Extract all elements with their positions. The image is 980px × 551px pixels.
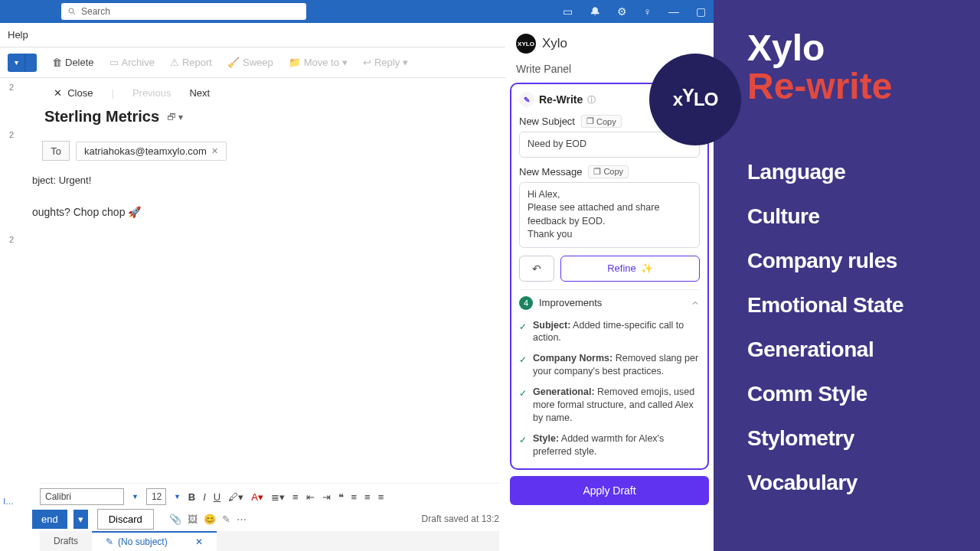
improvement-item: ✓Subject: Added time-specific call to ac…: [519, 319, 700, 345]
improvements-count: 4: [519, 296, 533, 310]
indent-button[interactable]: ⇥: [322, 491, 331, 503]
outdent-button[interactable]: ⇤: [306, 491, 315, 503]
improvement-item: ✓Style: Added warmth for Alex's preferre…: [519, 432, 700, 458]
check-icon: ✓: [519, 321, 527, 345]
send-button[interactable]: end: [32, 510, 67, 529]
align-left-button[interactable]: ≡: [351, 491, 358, 503]
check-icon: ✓: [519, 387, 527, 425]
remove-recipient-icon[interactable]: ✕: [211, 146, 218, 156]
xylo-brand: Xylo: [542, 36, 567, 51]
new-message-value[interactable]: Hi Alex, Please see attached and share f…: [519, 182, 700, 248]
promo-title-1: Xylo: [747, 29, 980, 67]
xylo-logo-icon: XYLO: [516, 34, 536, 54]
new-mail-dropdown[interactable]: [24, 54, 37, 72]
align-center-button[interactable]: ≡: [364, 491, 371, 503]
window-titlebar: Search ▭ 🔔︎ ⚙ ♀ — ▢: [0, 0, 714, 23]
xylo-medallion: xYLO: [649, 54, 741, 145]
underline-button[interactable]: U: [214, 491, 220, 503]
promo-feature-list: Language Culture Company rules Emotional…: [747, 160, 980, 495]
close-button[interactable]: ✕ Close: [54, 87, 93, 99]
to-button[interactable]: To: [42, 141, 70, 161]
report-button[interactable]: ⚠ Report: [170, 57, 212, 68]
reply-button[interactable]: ↩ Reply ▾: [363, 57, 408, 68]
archive-button[interactable]: ▭ Archive: [109, 57, 155, 68]
undo-button[interactable]: ↶: [519, 256, 554, 282]
numbering-button[interactable]: ≡: [292, 491, 299, 503]
check-icon: ✓: [519, 434, 527, 458]
align-right-button[interactable]: ≡: [378, 491, 384, 503]
delete-button[interactable]: 🗑 Delete: [52, 57, 94, 68]
format-toolbar: Calibri▼ 12▼ B I U 🖊▾ A▾ ≣▾ ≡ ⇤ ⇥ ❝ ≡ ≡ …: [40, 483, 499, 505]
improvement-item: ✓Company Norms: Removed slang per your c…: [519, 352, 700, 378]
bold-button[interactable]: B: [188, 491, 195, 503]
pencil-icon: ✎: [519, 92, 534, 107]
highlight-button[interactable]: 🖊▾: [228, 491, 243, 503]
recipient-chip[interactable]: katriahokas@teamxylo.com ✕: [76, 142, 227, 161]
check-icon: ✓: [519, 354, 527, 378]
previous-button[interactable]: Previous: [132, 87, 172, 99]
signature-icon[interactable]: ✎: [222, 514, 230, 525]
email-subject-title: Sterling Metrics: [44, 108, 159, 126]
image-icon[interactable]: 🖼: [188, 514, 198, 525]
subject-dropdown-icon[interactable]: 🗗 ▾: [167, 112, 183, 122]
font-select[interactable]: Calibri: [40, 488, 124, 505]
bell-icon[interactable]: 🔔︎: [590, 5, 600, 18]
note-icon[interactable]: ▭: [563, 5, 573, 18]
improvements-label: Improvements: [539, 297, 602, 308]
quote-button[interactable]: ❝: [338, 491, 344, 503]
new-message-label: New Message: [519, 166, 582, 178]
new-subject-label: New Subject: [519, 116, 575, 127]
tab-drafts[interactable]: Drafts: [40, 531, 92, 551]
gear-icon[interactable]: ⚙: [617, 5, 627, 18]
apply-draft-button[interactable]: Apply Draft: [510, 476, 709, 505]
bullets-button[interactable]: ≣▾: [271, 491, 285, 503]
search-placeholder: Search: [81, 6, 110, 17]
info-icon[interactable]: ⓘ: [587, 94, 596, 106]
more-options-icon[interactable]: ⋯: [237, 514, 247, 525]
improvement-item: ✓Generational: Removed emojis, used more…: [519, 386, 700, 425]
discard-button[interactable]: Discard: [97, 509, 154, 530]
tab-nosubject[interactable]: ✎ (No subject) ✕: [92, 531, 217, 551]
refine-button[interactable]: Refine ✨: [560, 256, 700, 282]
copy-message-button[interactable]: ❐ Copy: [588, 165, 629, 178]
attach-icon[interactable]: 📎: [169, 514, 181, 525]
folder-counts: 2 2 2 l…: [0, 83, 17, 544]
sweep-button[interactable]: 🧹 Sweep: [227, 57, 273, 68]
minimize-icon[interactable]: —: [668, 5, 679, 18]
send-dropdown[interactable]: ▾: [74, 510, 88, 529]
move-button[interactable]: 📁 Move to ▾: [289, 57, 348, 68]
maximize-icon[interactable]: ▢: [696, 5, 706, 18]
next-button[interactable]: Next: [189, 87, 210, 99]
font-size-select[interactable]: 12: [146, 488, 166, 505]
rewrite-title: Re-Write: [539, 93, 583, 106]
search-input[interactable]: Search: [61, 3, 306, 20]
recipient-email: katriahokas@teamxylo.com: [84, 145, 207, 157]
promo-title-2: Re-write: [747, 67, 980, 106]
italic-button[interactable]: I: [203, 491, 206, 503]
copy-subject-button[interactable]: ❐ Copy: [581, 115, 622, 128]
draft-status: Draft saved at 13:2: [422, 514, 499, 524]
font-color-button[interactable]: A▾: [251, 491, 263, 503]
improvements-toggle[interactable]: 4 Improvements: [519, 289, 700, 316]
new-mail-button[interactable]: ▾: [8, 54, 24, 72]
promo-sidebar: Xylo Re-write Language Culture Company r…: [714, 0, 980, 551]
bulb-icon[interactable]: ♀: [644, 5, 652, 18]
svg-point-0: [69, 8, 74, 13]
emoji-icon[interactable]: 😊: [204, 514, 216, 525]
